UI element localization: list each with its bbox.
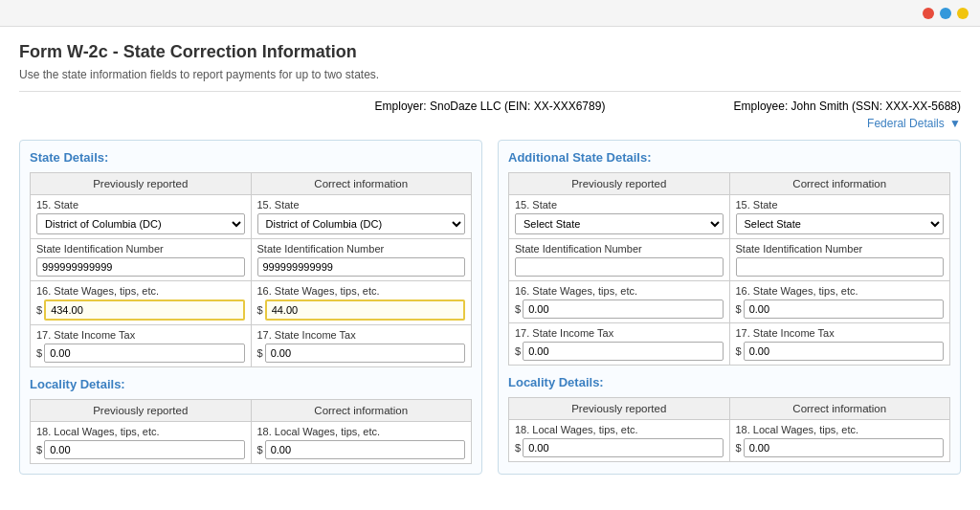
add-corr-tax-label: 17. State Income Tax — [736, 327, 945, 339]
table-row: State Identification Number State Identi… — [31, 239, 472, 281]
corr-id-label: State Identification Number — [257, 243, 466, 255]
employer-info: Employer: SnoDaze LLC (EIN: XX-XXX6789) … — [19, 100, 961, 113]
add-prev-local-wages-wrapper: $ — [515, 438, 724, 457]
employer-label: Employer: — [375, 100, 427, 113]
title-bar — [0, 0, 980, 27]
add-corr-id-input[interactable] — [736, 257, 945, 277]
add-prev-tax-input[interactable] — [523, 342, 723, 361]
federal-details-link[interactable]: Federal Details ▼ — [19, 117, 961, 130]
corr-local-wages-cell: 18. Local Wages, tips, etc. $ — [251, 422, 472, 464]
prev-wages-cell: 16. State Wages, tips, etc. $ — [31, 281, 252, 325]
currency-symbol: $ — [36, 304, 42, 316]
add-corr-tax-cell: 17. State Income Tax $ — [729, 323, 950, 366]
federal-details-text: Federal Details — [867, 117, 945, 130]
add-prev-tax-cell: 17. State Income Tax $ — [509, 323, 730, 366]
state-details-panel: State Details: Previously reported Corre… — [19, 140, 482, 475]
currency-symbol: $ — [36, 444, 42, 455]
additional-locality-details-title: Locality Details: — [508, 375, 950, 389]
corr-state-select[interactable]: District of Columbia (DC) — [257, 213, 466, 234]
corr-tax-cell: 17. State Income Tax $ — [251, 325, 472, 367]
dot-yellow — [957, 8, 969, 19]
additional-locality-details-table: Previously reported Correct information … — [508, 397, 950, 462]
employee-info: Employee: John Smith (SSN: XXX-XX-5688) — [647, 100, 961, 113]
currency-symbol: $ — [257, 444, 263, 455]
add-corr-local-wages-wrapper: $ — [736, 438, 945, 457]
add-prev-tax-label: 17. State Income Tax — [515, 327, 724, 339]
add-corr-local-wages-input[interactable] — [744, 438, 944, 457]
add-corr-wages-wrapper: $ — [736, 299, 945, 319]
add-prev-state-cell: 15. State Select State — [509, 195, 730, 239]
add-corr-state-select[interactable]: Select State — [736, 213, 945, 234]
corr-tax-label: 17. State Income Tax — [257, 329, 466, 341]
corr-tax-wrapper: $ — [257, 344, 466, 363]
corr-id-input[interactable] — [257, 257, 466, 277]
add-prev-id-input[interactable] — [515, 257, 724, 277]
add-prev-state-label: 15. State — [515, 199, 724, 211]
currency-symbol: $ — [736, 345, 742, 357]
add-prev-state-select[interactable]: Select State — [515, 213, 724, 234]
locality-col1-header: Previously reported — [31, 400, 252, 422]
state-details-title: State Details: — [30, 150, 472, 165]
add-prev-tax-wrapper: $ — [515, 342, 724, 361]
add-locality-col1-header: Previously reported — [509, 398, 730, 420]
page-title: Form W-2c - State Correction Information — [19, 42, 961, 62]
add-corr-wages-input[interactable] — [744, 299, 944, 319]
dot-red — [923, 8, 934, 19]
prev-id-input[interactable] — [36, 257, 245, 277]
add-locality-col2-header: Correct information — [729, 398, 950, 420]
add-prev-wages-input[interactable] — [523, 299, 723, 319]
add-corr-tax-input[interactable] — [744, 342, 944, 361]
table-row: 18. Local Wages, tips, etc. $ 18. Local … — [509, 420, 950, 462]
additional-state-details-title: Additional State Details: — [508, 150, 950, 165]
add-col1-header: Previously reported — [509, 173, 730, 195]
corr-id-cell: State Identification Number — [251, 239, 472, 281]
prev-wages-input[interactable] — [44, 299, 244, 321]
add-prev-local-wages-cell: 18. Local Wages, tips, etc. $ — [509, 420, 730, 462]
prev-wages-wrapper: $ — [36, 299, 245, 321]
table-row: 16. State Wages, tips, etc. $ 16. State … — [31, 281, 472, 325]
add-prev-wages-wrapper: $ — [515, 299, 724, 319]
add-corr-state-label: 15. State — [736, 199, 945, 211]
currency-symbol: $ — [257, 304, 263, 316]
locality-details-title: Locality Details: — [30, 377, 472, 391]
corr-local-wages-input[interactable] — [265, 440, 465, 459]
corr-wages-label: 16. State Wages, tips, etc. — [257, 285, 466, 297]
prev-local-wages-wrapper: $ — [36, 440, 245, 459]
add-corr-wages-label: 16. State Wages, tips, etc. — [736, 285, 945, 297]
add-corr-local-wages-label: 18. Local Wages, tips, etc. — [736, 424, 945, 435]
add-corr-id-label: State Identification Number — [736, 243, 945, 255]
add-corr-tax-wrapper: $ — [736, 342, 945, 361]
add-corr-local-wages-cell: 18. Local Wages, tips, etc. $ — [729, 420, 950, 462]
corr-local-wages-wrapper: $ — [257, 440, 466, 459]
corr-local-wages-label: 18. Local Wages, tips, etc. — [257, 426, 466, 437]
prev-id-label: State Identification Number — [36, 243, 245, 255]
table-row: 17. State Income Tax $ 17. State Income … — [31, 325, 472, 367]
header-divider — [19, 91, 961, 92]
prev-local-wages-input[interactable] — [44, 440, 244, 459]
add-prev-local-wages-input[interactable] — [523, 438, 723, 457]
prev-wages-label: 16. State Wages, tips, etc. — [36, 285, 245, 297]
prev-tax-cell: 17. State Income Tax $ — [31, 325, 252, 367]
corr-wages-input[interactable] — [265, 299, 465, 321]
prev-tax-input[interactable] — [44, 344, 244, 363]
page-subtitle: Use the state information fields to repo… — [19, 68, 961, 81]
corr-tax-input[interactable] — [265, 344, 465, 363]
add-prev-wages-cell: 16. State Wages, tips, etc. $ — [509, 281, 730, 323]
table-row: 18. Local Wages, tips, etc. $ 18. Local … — [31, 422, 472, 464]
prev-id-cell: State Identification Number — [31, 239, 252, 281]
currency-symbol: $ — [515, 303, 521, 315]
additional-state-details-table: Previously reported Correct information … — [508, 172, 950, 366]
prev-local-wages-label: 18. Local Wages, tips, etc. — [36, 426, 245, 437]
currency-symbol: $ — [36, 347, 42, 359]
prev-state-select[interactable]: District of Columbia (DC) — [36, 213, 245, 234]
add-corr-id-cell: State Identification Number — [729, 239, 950, 281]
currency-symbol: $ — [736, 442, 742, 454]
prev-local-wages-cell: 18. Local Wages, tips, etc. $ — [31, 422, 252, 464]
employer-center: Employer: SnoDaze LLC (EIN: XX-XXX6789) — [333, 100, 647, 113]
locality-details-section: Locality Details: Previously reported Co… — [30, 377, 472, 464]
col1-header: Previously reported — [31, 173, 252, 195]
corr-wages-cell: 16. State Wages, tips, etc. $ — [251, 281, 472, 325]
employer-value: SnoDaze LLC (EIN: XX-XXX6789) — [430, 100, 605, 113]
currency-symbol: $ — [515, 442, 521, 454]
employee-value: John Smith (SSN: XXX-XX-5688) — [791, 100, 961, 113]
